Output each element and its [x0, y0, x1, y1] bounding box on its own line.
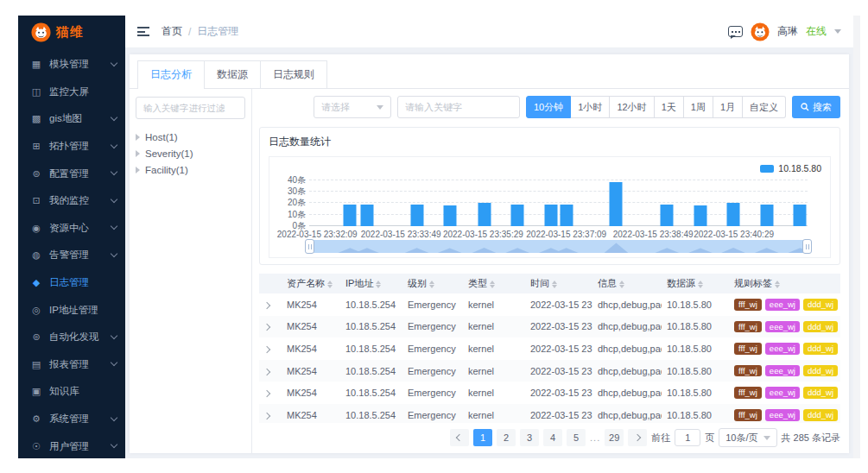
sidebar-item-user-management[interactable]: ☉用户管理 [18, 432, 125, 458]
rule-tag[interactable]: eee_wj [765, 365, 800, 377]
sort-desc-icon[interactable] [429, 285, 434, 288]
datazoom-right-handle[interactable] [802, 239, 812, 254]
sort-asc-icon[interactable] [429, 281, 434, 284]
table-row[interactable]: MK25410.18.5.254Emergencykernel2022-03-1… [259, 382, 840, 404]
sort-asc-icon[interactable] [552, 281, 557, 284]
sidebar-item-my-monitor[interactable]: ⊡我的监控 [18, 187, 125, 215]
goto-page-input[interactable] [675, 429, 700, 446]
more-pages-icon[interactable]: ... [590, 432, 600, 443]
sort-asc-icon[interactable] [619, 281, 624, 284]
column-header-数据源[interactable]: 数据源 [662, 274, 729, 293]
sort-icon[interactable] [698, 281, 703, 288]
chart-bar[interactable] [410, 205, 423, 226]
sort-desc-icon[interactable] [327, 285, 333, 288]
chart-bar[interactable] [760, 205, 773, 226]
sort-asc-icon[interactable] [490, 281, 495, 284]
page-button-2[interactable]: 2 [497, 429, 516, 446]
range-button-自定义[interactable]: 自定义 [743, 96, 786, 118]
user-status[interactable]: 在线 [806, 24, 827, 39]
collapse-sidebar-icon[interactable] [137, 27, 149, 36]
rule-tag[interactable]: eee_wj [765, 321, 800, 333]
sort-asc-icon[interactable] [327, 281, 333, 284]
rule-tag[interactable]: fff_wj [734, 365, 762, 377]
sort-icon[interactable] [429, 281, 434, 288]
sidebar-item-config[interactable]: ⊜配置管理 [18, 160, 125, 187]
column-header-类型[interactable]: 类型 [463, 274, 525, 293]
datazoom-slider[interactable] [309, 240, 808, 253]
table-row[interactable]: MK25410.18.5.254Emergencykernel2022-03-1… [259, 293, 840, 316]
sort-asc-icon[interactable] [376, 281, 381, 284]
range-button-10分钟[interactable]: 10分钟 [526, 96, 571, 118]
avatar[interactable] [751, 22, 770, 41]
expand-row-icon[interactable] [263, 324, 270, 331]
tab-日志规则[interactable]: 日志规则 [261, 60, 327, 88]
page-button-1[interactable]: 1 [473, 429, 492, 446]
chart-bar[interactable] [344, 205, 357, 226]
sort-desc-icon[interactable] [619, 285, 624, 288]
expand-row-icon[interactable] [263, 368, 270, 375]
sort-icon[interactable] [490, 281, 495, 288]
column-header-资产名称[interactable]: 资产名称 [282, 274, 340, 293]
range-button-1周[interactable]: 1周 [684, 96, 713, 118]
rule-tag[interactable]: fff_wj [734, 321, 762, 333]
column-header-规则标签[interactable]: 规则标签 [729, 274, 840, 293]
sidebar-item-report[interactable]: ▤报表管理 [18, 351, 125, 379]
sort-desc-icon[interactable] [376, 285, 381, 288]
sidebar-item-gis-map[interactable]: ▩gis地图 [18, 105, 125, 133]
sidebar-item-resource-center[interactable]: ◉资源中心 [18, 215, 125, 243]
sort-desc-icon[interactable] [490, 285, 495, 288]
expand-row-icon[interactable] [263, 346, 270, 353]
rule-tag[interactable]: ddd_wj [803, 365, 838, 377]
sort-icon[interactable] [619, 281, 624, 288]
sort-asc-icon[interactable] [698, 281, 703, 284]
sidebar-item-ip-address[interactable]: ◎IP地址管理 [18, 296, 125, 324]
table-row[interactable]: MK25410.18.5.254Emergencykernel2022-03-1… [259, 316, 840, 338]
chart-bar[interactable] [511, 205, 524, 226]
scrollbar-track[interactable] [853, 16, 860, 458]
range-button-1小时[interactable]: 1小时 [571, 96, 610, 118]
rule-tag[interactable]: ddd_wj [803, 387, 838, 399]
page-button-4[interactable]: 4 [543, 429, 562, 446]
chart-bar[interactable] [544, 205, 557, 226]
sidebar-item-auto-discovery[interactable]: ⊚自动化发现 [18, 324, 125, 351]
sort-desc-icon[interactable] [552, 285, 557, 288]
rule-tag[interactable]: ddd_wj [803, 409, 838, 421]
sidebar-item-knowledge-base[interactable]: ▣知识库 [18, 378, 125, 406]
range-button-1月[interactable]: 1月 [713, 96, 743, 118]
expand-row-icon[interactable] [263, 390, 270, 397]
search-button[interactable]: 搜索 [792, 96, 840, 118]
page-size-select[interactable]: 10条/页 [719, 428, 776, 447]
sort-desc-icon[interactable] [698, 285, 703, 288]
sort-icon[interactable] [552, 281, 557, 288]
column-header-IP地址[interactable]: IP地址 [340, 274, 402, 293]
sort-icon[interactable] [376, 281, 381, 288]
chart-bar[interactable] [694, 205, 706, 226]
table-row[interactable]: MK25410.18.5.254Emergencykernel2022-03-1… [259, 404, 840, 423]
rule-tag[interactable]: ddd_wj [803, 321, 838, 333]
rule-tag[interactable]: ddd_wj [803, 299, 838, 311]
sidebar-item-monitor-screen[interactable]: ◫监控大屏 [18, 79, 125, 106]
rule-tag[interactable]: eee_wj [765, 299, 800, 311]
filter-keyword-input[interactable] [136, 97, 245, 119]
chart-bar[interactable] [794, 205, 807, 226]
column-header-信息[interactable]: 信息 [592, 274, 662, 293]
column-header-时间[interactable]: 时间 [525, 274, 592, 293]
rule-tag[interactable]: fff_wj [734, 409, 762, 421]
datazoom-left-handle[interactable] [305, 239, 314, 254]
expand-row-icon[interactable] [263, 302, 270, 309]
sidebar-item-log-management[interactable]: ◆日志管理 [18, 269, 125, 297]
tree-expand-icon[interactable] [136, 134, 140, 141]
page-button-5[interactable]: 5 [567, 429, 586, 446]
sidebar-item-modules[interactable]: ▦模块管理 [18, 51, 125, 79]
rule-tag[interactable]: fff_wj [734, 343, 762, 355]
page-button-29[interactable]: 29 [605, 429, 624, 446]
range-button-1天[interactable]: 1天 [655, 96, 684, 118]
chart-bar[interactable] [610, 182, 623, 226]
sidebar-item-system-gear[interactable]: ⚙系统管理 [18, 406, 125, 433]
sort-desc-icon[interactable] [775, 285, 780, 288]
logo[interactable]: 猫维 [18, 16, 125, 48]
sort-asc-icon[interactable] [775, 281, 780, 284]
chart-bar[interactable] [560, 205, 573, 226]
column-header-级别[interactable]: 级别 [402, 274, 463, 293]
next-page-button[interactable] [628, 429, 647, 446]
